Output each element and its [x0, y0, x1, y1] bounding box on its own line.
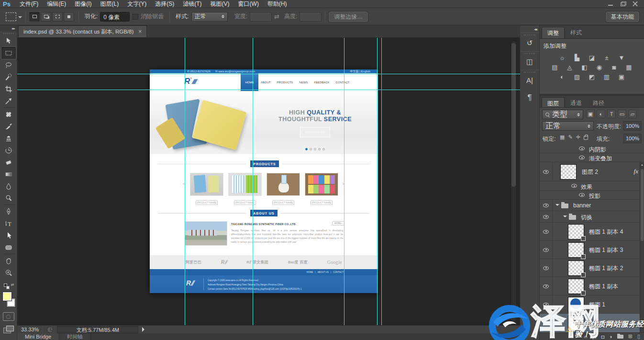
menu-image[interactable]: 图像(I) — [70, 0, 96, 8]
minimize-button[interactable] — [608, 1, 613, 6]
panel-icon-character[interactable]: A| — [520, 70, 539, 88]
tool-path-selection[interactable] — [1, 229, 16, 241]
site-nav-feedback[interactable]: FEEDBACK — [314, 81, 329, 84]
scroll-up-icon[interactable]: ▲ — [640, 162, 644, 166]
tool-preset-icon[interactable] — [6, 12, 16, 21]
eye-icon[interactable] — [579, 156, 585, 159]
hue-saturation-icon[interactable]: ▤ — [550, 63, 560, 71]
layer-row[interactable]: 椭圆 1 副本 2 — [540, 259, 644, 277]
partner-google[interactable]: Google — [327, 260, 342, 265]
levels-icon[interactable]: ▙ — [572, 54, 582, 62]
brightness-contrast-icon[interactable]: ☼ — [557, 54, 567, 62]
product-name-label[interactable]: PRODUCT NAME — [272, 200, 294, 205]
lock-transparency-icon[interactable]: ▦ — [560, 134, 565, 140]
footer-link-home[interactable]: HOME — [307, 271, 313, 273]
refine-edge-button[interactable]: 调整边缘… — [329, 11, 368, 22]
site-nav-contact[interactable]: CONTACT — [336, 81, 350, 84]
status-options-arrow-icon[interactable] — [142, 327, 147, 332]
site-language-switch[interactable]: 中文版 | English — [350, 69, 378, 73]
guide-vertical[interactable] — [185, 38, 185, 325]
tool-clone-stamp[interactable] — [1, 132, 16, 144]
group-expand-icon[interactable] — [563, 215, 567, 219]
menu-select[interactable]: 选择(S) — [151, 0, 178, 8]
add-to-selection-button[interactable] — [41, 12, 51, 22]
banner-dot[interactable] — [314, 148, 316, 150]
posterize-icon[interactable]: ▨ — [572, 73, 582, 81]
canvas-vertical-scrollbar[interactable] — [511, 41, 517, 322]
channel-mixer-icon[interactable]: ◙ — [609, 63, 620, 71]
eye-icon[interactable] — [579, 193, 585, 197]
intersect-selection-button[interactable] — [64, 12, 74, 22]
guide-vertical[interactable] — [377, 38, 378, 325]
guide-vertical[interactable] — [344, 38, 344, 325]
guide-horizontal[interactable] — [17, 90, 520, 90]
antialias-checkbox[interactable] — [133, 14, 138, 20]
subtract-from-selection-button[interactable] — [52, 12, 63, 22]
layer-filter-dropdown[interactable]: 类型 — [542, 110, 583, 119]
screen-mode-button[interactable] — [3, 326, 14, 333]
product-image[interactable] — [190, 173, 223, 195]
product-name-label[interactable]: PRODUCT NAME — [196, 200, 218, 205]
tool-gradient[interactable] — [1, 168, 16, 180]
menu-help[interactable]: 帮助(H) — [263, 0, 291, 8]
partner-rongwei[interactable]: R⫽ — [221, 260, 227, 265]
invert-icon[interactable]: ◐ — [557, 73, 567, 81]
layer-effect-header-row[interactable]: 效果 — [540, 181, 644, 191]
quick-mask-button[interactable] — [3, 312, 14, 321]
new-adjustment-layer-icon[interactable]: ◑ — [609, 334, 612, 340]
exposure-icon[interactable]: ± — [601, 54, 612, 62]
visibility-toggle[interactable] — [540, 295, 553, 313]
visibility-toggle[interactable] — [540, 277, 553, 295]
layer-thumbnail[interactable] — [568, 279, 584, 294]
product-image[interactable] — [229, 173, 261, 195]
visibility-toggle[interactable] — [540, 200, 553, 211]
lock-position-icon[interactable]: ✛ — [576, 134, 580, 140]
scrollbar-thumb[interactable] — [641, 169, 644, 241]
expand-panels-icon[interactable]: ◂◂ — [520, 25, 539, 33]
visibility-toggle[interactable] — [540, 211, 553, 222]
tool-brush[interactable] — [1, 120, 16, 132]
layer-row[interactable]: 椭圆 1 — [540, 295, 644, 314]
canvas-area[interactable]: ✆ 0512-82707626 ✉ sara.wu@rongweigroup.c… — [17, 38, 520, 325]
tool-eyedropper[interactable] — [1, 95, 16, 107]
visibility-toggle[interactable] — [540, 223, 553, 240]
color-lookup-icon[interactable]: ▦ — [624, 63, 634, 71]
layer-row[interactable]: 椭圆 1 副本 3 — [540, 241, 644, 259]
banner-dot[interactable] — [305, 148, 308, 150]
banner-dot[interactable] — [318, 148, 321, 150]
color-balance-icon[interactable]: ◬ — [565, 63, 575, 71]
photo-filter-icon[interactable]: ◉ — [594, 63, 605, 71]
filter-type-layers-icon[interactable]: T — [607, 110, 616, 118]
footer-link-about[interactable]: ABOUT US — [318, 271, 329, 273]
tool-healing-brush[interactable] — [1, 108, 16, 120]
tool-blur[interactable] — [1, 180, 16, 192]
menu-file[interactable]: 文件(F) — [15, 0, 43, 8]
add-layer-mask-icon[interactable]: ◘ — [601, 334, 604, 340]
layer-thumbnail[interactable] — [568, 243, 584, 257]
close-button[interactable] — [633, 1, 638, 6]
tool-hand[interactable] — [1, 255, 16, 267]
restore-button[interactable] — [620, 1, 626, 6]
visibility-toggle[interactable] — [540, 241, 553, 259]
tab-close-icon[interactable]: × — [138, 28, 142, 35]
tool-zoom[interactable] — [1, 267, 16, 279]
tab-styles[interactable]: 样式 — [565, 27, 587, 38]
menu-edit[interactable]: 编辑(E) — [43, 0, 70, 8]
tool-move[interactable] — [1, 35, 16, 47]
tool-dodge[interactable] — [1, 192, 16, 204]
menu-window[interactable]: 窗口(W) — [234, 0, 263, 8]
layer-group-row[interactable]: 切换 — [540, 211, 644, 223]
new-group-icon[interactable] — [617, 335, 623, 339]
layer-thumbnail[interactable] — [561, 165, 576, 179]
site-nav-about[interactable]: ABOUT — [261, 81, 271, 84]
about-more-button[interactable]: MORE+ — [332, 221, 344, 226]
eye-icon[interactable] — [579, 147, 585, 150]
layer-styles-icon[interactable]: fx — [592, 334, 596, 340]
menu-filter[interactable]: 滤镜(T) — [178, 0, 206, 8]
status-clock-icon[interactable] — [47, 327, 53, 333]
panel-icon-paragraph[interactable]: ¶ — [520, 88, 539, 106]
blend-mode-dropdown[interactable]: 正常 — [542, 121, 594, 131]
opacity-value[interactable]: 100% — [623, 121, 642, 131]
tool-rounded-rectangle[interactable] — [1, 241, 16, 253]
layer-group-row[interactable]: banner — [540, 200, 644, 211]
